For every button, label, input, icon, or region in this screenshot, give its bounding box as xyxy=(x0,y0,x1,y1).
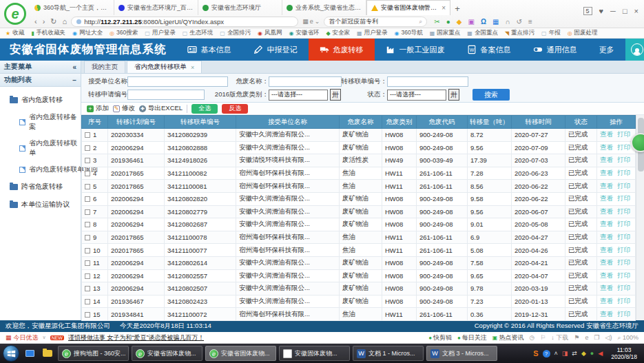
row-checkbox[interactable] xyxy=(85,273,90,279)
volume-icon[interactable]: ◀ xyxy=(598,350,603,357)
col-code[interactable]: 危废代码 xyxy=(417,116,468,129)
row-checkbox[interactable] xyxy=(85,299,90,304)
col-category[interactable]: 危废类别 xyxy=(382,116,417,129)
col-seq[interactable]: 序号 xyxy=(82,116,108,129)
wishlist-icon[interactable]: ♥ xyxy=(599,7,604,15)
row-checkbox[interactable] xyxy=(85,222,90,227)
document-tab[interactable]: 我的主页 × xyxy=(84,61,125,73)
start-button[interactable] xyxy=(3,345,19,362)
minimize-button[interactable]: ─ xyxy=(610,7,616,15)
bookmark-item[interactable]: 用户登录 xyxy=(145,29,176,37)
search-icon[interactable]: ⌕ xyxy=(419,18,422,25)
browser-tool-icon[interactable]: ↺ xyxy=(517,18,522,25)
sound-icon[interactable]: ◁) xyxy=(605,334,612,341)
address-bar[interactable]: http://112.27.211.25:8080/LigerUI/QYInde… xyxy=(71,17,298,27)
show-desktop-icon[interactable] xyxy=(22,346,37,360)
sync-icon[interactable]: ⇄ xyxy=(572,350,577,357)
col-time[interactable]: 转移时间 xyxy=(512,116,565,129)
view-link[interactable]: 查看 xyxy=(600,271,613,279)
browser-logo[interactable]: e xyxy=(0,0,30,28)
waste-name-input[interactable] xyxy=(269,76,342,87)
tray-expand-icon[interactable]: ˄ xyxy=(554,350,558,357)
add-button[interactable]: +添加 xyxy=(87,104,109,113)
nav-item-more[interactable]: 更多 xyxy=(588,39,625,61)
taskbar-button[interactable]: 安徽固体废物... xyxy=(279,346,350,361)
search-button[interactable]: 搜索 xyxy=(472,89,510,101)
edit-button[interactable]: ✎修改 xyxy=(113,104,135,113)
print-link[interactable]: 打印 xyxy=(617,233,630,240)
view-link[interactable]: 查看 xyxy=(600,246,613,253)
view-link[interactable]: 查看 xyxy=(600,258,613,266)
invert-selection-button[interactable]: 反选 xyxy=(222,104,248,114)
bookmark-item[interactable]: 360导航 xyxy=(395,29,423,37)
row-checkbox[interactable] xyxy=(85,145,90,151)
browser-tab[interactable]: 安徽省固体废物管理信息系统 × xyxy=(366,0,450,15)
headline-link[interactable]: 谨慎楼做法事 女子为和“爱豆”谈恋爱被骗几百万！ xyxy=(68,333,205,342)
col-plan-no[interactable]: 转移计划编号 xyxy=(108,116,165,129)
table-row[interactable]: 9 202017865 34121100078 宿州海创环保科技有限... 焦油… xyxy=(82,231,636,244)
print-link[interactable]: 打印 xyxy=(617,310,630,318)
view-link[interactable]: 查看 xyxy=(600,143,613,151)
browser-tool-icon[interactable]: ≡ xyxy=(528,18,532,25)
bookmark-item[interactable]: 360搜索 xyxy=(110,29,138,37)
browser-tool-icon[interactable]: ● xyxy=(446,18,450,25)
compat-mode-selector[interactable]: ▦ e ⌄ xyxy=(302,18,320,25)
bookmark-item[interactable]: 国家重点 xyxy=(430,29,461,37)
print-link[interactable]: 打印 xyxy=(617,130,630,138)
table-row[interactable]: 4 202017865 34121100082 宿州海创环保科技有限... 焦油… xyxy=(82,167,636,180)
apply-no-input[interactable] xyxy=(127,90,205,100)
print-link[interactable]: 打印 xyxy=(617,246,630,253)
row-checkbox[interactable] xyxy=(85,248,90,253)
sidebar-item-province-transfer[interactable]: 省内危废转移 xyxy=(0,91,81,109)
tab-close-icon[interactable]: × xyxy=(191,64,194,71)
export-excel-button[interactable]: ✚导出EXCEL xyxy=(139,104,183,113)
bookmark-item[interactable]: 用户登录 xyxy=(357,29,388,37)
back-button[interactable]: ‹ xyxy=(34,17,37,25)
col-waste-name[interactable]: 危废名称 xyxy=(340,116,382,129)
status-select[interactable]: ---请选择--- xyxy=(387,90,446,101)
bookmark-item[interactable]: 全国重点 xyxy=(467,29,498,37)
bookmark-item[interactable]: 全国排污 xyxy=(220,29,251,37)
browser-tab[interactable]: 360导航_一个主页，整个世界 × xyxy=(30,0,114,15)
col-amount[interactable]: 转移量（吨） xyxy=(468,116,512,129)
bookmark-item[interactable]: 重点排污 xyxy=(505,29,534,37)
table-row[interactable]: 6 202006294 34120802820 安徽中久润滑油有限公... 废矿… xyxy=(82,192,636,205)
zoom-level[interactable]: ⌕ 100% xyxy=(617,334,638,342)
nav-item-record-info[interactable]: W 备案信息 xyxy=(456,39,522,61)
view-link[interactable]: 查看 xyxy=(600,130,613,138)
bookmark-item[interactable]: 手机收藏夹 xyxy=(31,29,65,37)
bookmark-item[interactable]: 凤凰网 xyxy=(258,29,282,37)
table-row[interactable]: 14 201936467 34120802423 安徽中久润滑油有限公... 废… xyxy=(82,295,636,308)
bookmark-item[interactable]: 收藏 xyxy=(6,29,24,37)
browser-tab[interactable]: 业务系统_安徽省生态环境厅 × xyxy=(282,0,366,15)
table-row[interactable]: 1 202030334 34120802939 安徽中久润滑油有限公... 废矿… xyxy=(82,129,636,142)
bookmark-item[interactable]: 安全家 xyxy=(326,29,350,37)
nav-item-general-info[interactable]: 通用信息 xyxy=(522,39,588,61)
home-button[interactable]: ⌂ xyxy=(63,17,67,25)
maximize-button[interactable]: □ xyxy=(623,7,627,15)
forward-button[interactable]: › xyxy=(43,17,45,25)
col-actions[interactable]: 操作 xyxy=(597,116,636,129)
sidebar-item-cross-province[interactable]: 跨省危废转移 xyxy=(0,178,81,196)
download-button[interactable]: ↓ 下载 xyxy=(551,333,568,342)
view-link[interactable]: 查看 xyxy=(600,233,613,240)
flag-icon[interactable]: ⚑ xyxy=(574,334,579,341)
print-link[interactable]: 打印 xyxy=(617,143,630,151)
minus-icon[interactable]: − xyxy=(72,76,76,84)
table-row[interactable]: 10 202017865 34121100077 宿州海创环保科技有限... 焦… xyxy=(82,244,636,257)
bookmark-item[interactable]: 固废处理 xyxy=(568,29,598,37)
browser-search-box[interactable]: 首个新冠疫苗专利 ⌕ xyxy=(324,17,427,27)
table-row[interactable]: 13 202006294 34120802507 安徽中久润滑油有限公... 废… xyxy=(82,282,636,295)
print-link[interactable]: 打印 xyxy=(617,194,630,202)
print-link[interactable]: 打印 xyxy=(617,207,630,215)
col-manifest-no[interactable]: 转移联单编号 xyxy=(165,116,236,129)
row-checkbox[interactable] xyxy=(85,209,90,215)
col-status[interactable]: 状态 xyxy=(565,116,597,129)
view-link[interactable]: 查看 xyxy=(600,207,613,215)
browser-tool-icon[interactable]: ∩ xyxy=(505,18,510,25)
row-checkbox[interactable] xyxy=(85,184,90,189)
table-row[interactable]: 12 202006294 34120802557 安徽中久润滑油有限公... 废… xyxy=(82,269,636,282)
browser-tool-icon[interactable]: ✂ xyxy=(434,18,439,25)
print-link[interactable]: 打印 xyxy=(617,297,630,304)
view-link[interactable]: 查看 xyxy=(600,310,613,318)
